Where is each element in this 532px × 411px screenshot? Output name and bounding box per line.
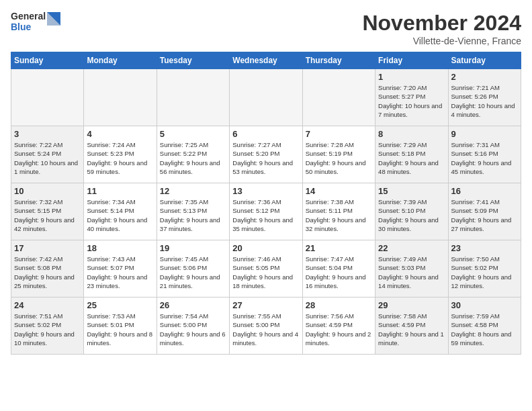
weekday-header-monday: Monday: [84, 52, 157, 69]
day-info: Sunrise: 7:36 AM Sunset: 5:12 PM Dayligh…: [232, 197, 299, 233]
calendar-cell: 16Sunrise: 7:41 AM Sunset: 5:09 PM Dayli…: [448, 183, 521, 240]
logo-mark: General Blue: [11, 11, 60, 32]
calendar-cell: 21Sunrise: 7:47 AM Sunset: 5:04 PM Dayli…: [302, 240, 375, 298]
weekday-header-saturday: Saturday: [448, 52, 521, 69]
day-number: 8: [378, 129, 445, 139]
day-info: Sunrise: 7:21 AM Sunset: 5:26 PM Dayligh…: [451, 83, 518, 119]
day-number: 26: [160, 300, 226, 310]
day-info: Sunrise: 7:51 AM Sunset: 5:02 PM Dayligh…: [14, 312, 81, 347]
day-number: 29: [378, 300, 445, 310]
calendar-cell: 2Sunrise: 7:21 AM Sunset: 5:26 PM Daylig…: [448, 69, 521, 126]
day-info: Sunrise: 7:58 AM Sunset: 4:59 PM Dayligh…: [378, 312, 445, 347]
weekday-header-wednesday: Wednesday: [230, 52, 302, 69]
calendar-cell: 15Sunrise: 7:39 AM Sunset: 5:10 PM Dayli…: [375, 183, 448, 240]
day-number: 24: [14, 300, 81, 310]
logo-arrow-icon: [47, 12, 60, 31]
calendar-cell: 8Sunrise: 7:29 AM Sunset: 5:18 PM Daylig…: [375, 126, 448, 183]
month-title: November 2024: [362, 11, 521, 36]
day-number: 15: [378, 186, 445, 196]
calendar-cell: 24Sunrise: 7:51 AM Sunset: 5:02 PM Dayli…: [11, 298, 84, 355]
day-info: Sunrise: 7:56 AM Sunset: 4:59 PM Dayligh…: [306, 312, 372, 347]
day-number: 11: [87, 186, 153, 196]
calendar-cell: 3Sunrise: 7:22 AM Sunset: 5:24 PM Daylig…: [11, 126, 84, 183]
weekday-header-thursday: Thursday: [302, 52, 375, 69]
weekday-header-friday: Friday: [375, 52, 448, 69]
day-info: Sunrise: 7:42 AM Sunset: 5:08 PM Dayligh…: [14, 255, 81, 290]
day-info: Sunrise: 7:32 AM Sunset: 5:15 PM Dayligh…: [14, 197, 81, 233]
calendar-cell: 10Sunrise: 7:32 AM Sunset: 5:15 PM Dayli…: [11, 183, 84, 240]
calendar-cell: 29Sunrise: 7:58 AM Sunset: 4:59 PM Dayli…: [375, 298, 448, 355]
calendar-cell: 30Sunrise: 7:59 AM Sunset: 4:58 PM Dayli…: [448, 298, 521, 355]
calendar-cell: 14Sunrise: 7:38 AM Sunset: 5:11 PM Dayli…: [302, 183, 375, 240]
day-number: 28: [306, 300, 372, 310]
day-info: Sunrise: 7:54 AM Sunset: 5:00 PM Dayligh…: [160, 312, 226, 347]
day-number: 4: [87, 129, 153, 139]
day-info: Sunrise: 7:20 AM Sunset: 5:27 PM Dayligh…: [378, 83, 445, 119]
week-row-5: 24Sunrise: 7:51 AM Sunset: 5:02 PM Dayli…: [11, 298, 521, 355]
page-header: General Blue November 2024 Villette-de-V…: [11, 11, 521, 46]
week-row-3: 10Sunrise: 7:32 AM Sunset: 5:15 PM Dayli…: [11, 183, 521, 240]
calendar-cell: 25Sunrise: 7:53 AM Sunset: 5:01 PM Dayli…: [84, 298, 157, 355]
location: Villette-de-Vienne, France: [362, 36, 521, 46]
day-info: Sunrise: 7:46 AM Sunset: 5:05 PM Dayligh…: [232, 255, 299, 290]
day-number: 21: [306, 243, 372, 253]
calendar-cell: 12Sunrise: 7:35 AM Sunset: 5:13 PM Dayli…: [157, 183, 229, 240]
day-number: 2: [451, 72, 518, 82]
calendar-cell: 26Sunrise: 7:54 AM Sunset: 5:00 PM Dayli…: [157, 298, 229, 355]
calendar-cell: 27Sunrise: 7:55 AM Sunset: 5:00 PM Dayli…: [230, 298, 302, 355]
day-number: 7: [306, 129, 372, 139]
calendar-cell: 23Sunrise: 7:50 AM Sunset: 5:02 PM Dayli…: [448, 240, 521, 298]
day-info: Sunrise: 7:45 AM Sunset: 5:06 PM Dayligh…: [160, 255, 226, 290]
day-info: Sunrise: 7:22 AM Sunset: 5:24 PM Dayligh…: [14, 140, 81, 176]
day-info: Sunrise: 7:29 AM Sunset: 5:18 PM Dayligh…: [378, 140, 445, 176]
day-info: Sunrise: 7:41 AM Sunset: 5:09 PM Dayligh…: [451, 197, 518, 233]
day-number: 13: [232, 186, 299, 196]
day-number: 9: [451, 129, 518, 139]
day-number: 22: [378, 243, 445, 253]
calendar-cell: 1Sunrise: 7:20 AM Sunset: 5:27 PM Daylig…: [375, 69, 448, 126]
logo: General Blue: [11, 11, 60, 32]
calendar-cell: [84, 69, 157, 126]
day-number: 18: [87, 243, 153, 253]
day-info: Sunrise: 7:49 AM Sunset: 5:03 PM Dayligh…: [378, 255, 445, 290]
day-number: 12: [160, 186, 226, 196]
calendar-cell: 22Sunrise: 7:49 AM Sunset: 5:03 PM Dayli…: [375, 240, 448, 298]
day-number: 14: [306, 186, 372, 196]
day-number: 5: [160, 129, 226, 139]
day-info: Sunrise: 7:53 AM Sunset: 5:01 PM Dayligh…: [87, 312, 153, 347]
calendar-cell: [302, 69, 375, 126]
day-number: 6: [232, 129, 299, 139]
day-number: 23: [451, 243, 518, 253]
calendar-cell: 13Sunrise: 7:36 AM Sunset: 5:12 PM Dayli…: [230, 183, 302, 240]
day-info: Sunrise: 7:28 AM Sunset: 5:19 PM Dayligh…: [306, 140, 372, 176]
calendar-cell: [157, 69, 229, 126]
week-row-1: 1Sunrise: 7:20 AM Sunset: 5:27 PM Daylig…: [11, 69, 521, 126]
day-number: 25: [87, 300, 153, 310]
weekday-header-row: SundayMondayTuesdayWednesdayThursdayFrid…: [11, 52, 521, 69]
calendar-cell: 17Sunrise: 7:42 AM Sunset: 5:08 PM Dayli…: [11, 240, 84, 298]
day-number: 27: [232, 300, 299, 310]
calendar-cell: 5Sunrise: 7:25 AM Sunset: 5:22 PM Daylig…: [157, 126, 229, 183]
day-number: 19: [160, 243, 226, 253]
calendar-cell: 9Sunrise: 7:31 AM Sunset: 5:16 PM Daylig…: [448, 126, 521, 183]
week-row-4: 17Sunrise: 7:42 AM Sunset: 5:08 PM Dayli…: [11, 240, 521, 298]
day-number: 30: [451, 300, 518, 310]
title-block: November 2024 Villette-de-Vienne, France: [362, 11, 521, 46]
week-row-2: 3Sunrise: 7:22 AM Sunset: 5:24 PM Daylig…: [11, 126, 521, 183]
calendar-cell: [11, 69, 84, 126]
calendar-table: SundayMondayTuesdayWednesdayThursdayFrid…: [11, 52, 521, 355]
day-info: Sunrise: 7:27 AM Sunset: 5:20 PM Dayligh…: [232, 140, 299, 176]
day-info: Sunrise: 7:34 AM Sunset: 5:14 PM Dayligh…: [87, 197, 153, 233]
calendar-cell: 4Sunrise: 7:24 AM Sunset: 5:23 PM Daylig…: [84, 126, 157, 183]
day-number: 3: [14, 129, 81, 139]
calendar-cell: 7Sunrise: 7:28 AM Sunset: 5:19 PM Daylig…: [302, 126, 375, 183]
day-number: 16: [451, 186, 518, 196]
calendar-cell: 19Sunrise: 7:45 AM Sunset: 5:06 PM Dayli…: [157, 240, 229, 298]
day-number: 1: [378, 72, 445, 82]
calendar-cell: [230, 69, 302, 126]
calendar-cell: 6Sunrise: 7:27 AM Sunset: 5:20 PM Daylig…: [230, 126, 302, 183]
day-info: Sunrise: 7:25 AM Sunset: 5:22 PM Dayligh…: [160, 140, 226, 176]
day-info: Sunrise: 7:39 AM Sunset: 5:10 PM Dayligh…: [378, 197, 445, 233]
weekday-header-tuesday: Tuesday: [157, 52, 229, 69]
weekday-header-sunday: Sunday: [11, 52, 84, 69]
